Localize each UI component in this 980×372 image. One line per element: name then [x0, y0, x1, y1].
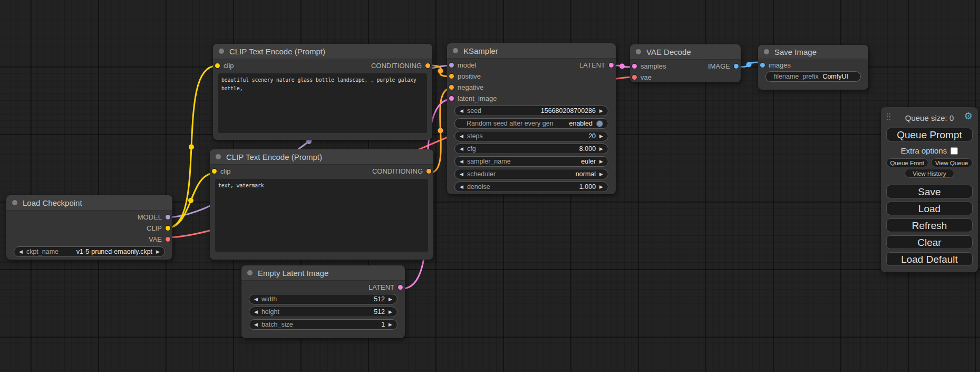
- node-ksampler[interactable]: KSampler model LATENT positive negative …: [447, 43, 616, 194]
- increment-arrow-icon[interactable]: ▶: [599, 134, 603, 139]
- node-title-bar[interactable]: Empty Latent Image: [241, 265, 405, 281]
- latent-output-port[interactable]: [398, 285, 403, 290]
- view-history-button[interactable]: View History: [905, 169, 954, 178]
- widget-label: steps: [467, 132, 483, 140]
- increment-arrow-icon[interactable]: ▶: [599, 159, 603, 164]
- node-title-bar[interactable]: KSampler: [447, 43, 616, 59]
- decrement-arrow-icon[interactable]: ◀: [254, 322, 258, 327]
- increment-arrow-icon[interactable]: ▶: [599, 172, 603, 177]
- input-label-clip: clip: [220, 167, 231, 175]
- decrement-arrow-icon[interactable]: ◀: [254, 297, 258, 302]
- decrement-arrow-icon[interactable]: ◀: [460, 109, 463, 113]
- vae-output-port[interactable]: [166, 237, 170, 242]
- clear-button[interactable]: Clear: [886, 235, 973, 249]
- queue-front-button[interactable]: Queue Front: [886, 158, 928, 167]
- decrement-arrow-icon[interactable]: ◀: [460, 172, 463, 177]
- widget-value: 512: [374, 308, 385, 316]
- clip-input-port[interactable]: [212, 169, 217, 174]
- collapse-dot-icon[interactable]: [247, 270, 253, 275]
- node-title-bar[interactable]: VAE Decode: [630, 44, 741, 60]
- height-widget[interactable]: ◀ height 512 ▶: [249, 307, 397, 317]
- node-title-bar[interactable]: Load Checkpoint: [6, 195, 172, 211]
- extra-options-checkbox[interactable]: [950, 147, 958, 155]
- node-title: VAE Decode: [646, 47, 691, 56]
- decrement-arrow-icon[interactable]: ◀: [19, 250, 23, 254]
- node-clip-text-encode-positive[interactable]: CLIP Text Encode (Prompt) clip CONDITION…: [213, 44, 432, 140]
- model-input-port[interactable]: [449, 63, 454, 68]
- decrement-arrow-icon[interactable]: ◀: [460, 147, 463, 151]
- collapse-dot-icon[interactable]: [219, 49, 224, 54]
- latent-image-input-port[interactable]: [449, 96, 454, 101]
- collapse-dot-icon[interactable]: [636, 49, 641, 54]
- collapse-dot-icon[interactable]: [12, 200, 17, 205]
- increment-arrow-icon[interactable]: ▶: [389, 310, 392, 314]
- load-button[interactable]: Load: [886, 202, 973, 215]
- sampler-name-widget[interactable]: ◀ sampler_name euler ▶: [454, 156, 608, 167]
- node-clip-text-encode-negative[interactable]: CLIP Text Encode (Prompt) clip CONDITION…: [210, 149, 433, 260]
- increment-arrow-icon[interactable]: ▶: [156, 250, 160, 254]
- widget-label: batch_size: [261, 321, 293, 328]
- widget-value: euler: [581, 158, 596, 165]
- widget-label: filename_prefix: [771, 73, 819, 80]
- widget-value: 512: [374, 295, 385, 303]
- filename-prefix-widget[interactable]: filename_prefix ComfyUI: [765, 71, 861, 82]
- positive-prompt-textarea[interactable]: beautiful scenery nature glass bottle la…: [218, 73, 427, 133]
- node-title-bar[interactable]: CLIP Text Encode (Prompt): [213, 44, 432, 59]
- negative-input-port[interactable]: [449, 85, 454, 90]
- node-load-checkpoint[interactable]: Load Checkpoint MODEL CLIP VAE ◀ ckpt_na…: [6, 195, 172, 260]
- clip-input-port[interactable]: [215, 63, 220, 68]
- decrement-arrow-icon[interactable]: ◀: [460, 159, 463, 164]
- denoise-widget[interactable]: ◀ denoise 1.000 ▶: [454, 182, 608, 192]
- positive-input-port[interactable]: [449, 74, 454, 79]
- negative-prompt-textarea[interactable]: text, watermark: [215, 179, 428, 252]
- seed-widget[interactable]: ◀ seed 156680208700286 ▶: [454, 106, 608, 116]
- clip-output-port[interactable]: [166, 226, 170, 231]
- node-save-image[interactable]: Save Image images filename_prefix ComfyU…: [758, 45, 868, 90]
- increment-arrow-icon[interactable]: ▶: [599, 109, 603, 113]
- decrement-arrow-icon[interactable]: ◀: [460, 185, 463, 189]
- decrement-arrow-icon[interactable]: ◀: [460, 134, 463, 139]
- load-default-button[interactable]: Load Default: [886, 252, 973, 266]
- steps-widget[interactable]: ◀ steps 20 ▶: [454, 131, 608, 141]
- increment-arrow-icon[interactable]: ▶: [599, 147, 603, 151]
- toggle-indicator[interactable]: [596, 120, 603, 127]
- refresh-button[interactable]: Refresh: [886, 218, 973, 232]
- batch-size-widget[interactable]: ◀ batch_size 1 ▶: [249, 319, 397, 330]
- drag-handle[interactable]: [887, 113, 891, 121]
- scheduler-widget[interactable]: ◀ scheduler normal ▶: [454, 169, 608, 179]
- conditioning-output-port[interactable]: [425, 63, 430, 68]
- view-queue-button[interactable]: View Queue: [931, 158, 973, 167]
- collapse-dot-icon[interactable]: [764, 49, 769, 54]
- node-empty-latent-image[interactable]: Empty Latent Image LATENT ◀ width 512 ▶ …: [241, 265, 405, 338]
- increment-arrow-icon[interactable]: ▶: [599, 185, 603, 189]
- cfg-widget[interactable]: ◀ cfg 8.000 ▶: [454, 144, 608, 154]
- widget-label: seed: [467, 107, 481, 115]
- image-output-port[interactable]: [734, 64, 739, 69]
- queue-menu-panel: Queue size: 0 ⚙ Queue Prompt Extra optio…: [881, 107, 978, 272]
- settings-gear-icon[interactable]: ⚙: [964, 111, 973, 121]
- decrement-arrow-icon[interactable]: ◀: [254, 310, 258, 314]
- images-input-port[interactable]: [760, 63, 765, 68]
- increment-arrow-icon[interactable]: ▶: [389, 322, 392, 327]
- input-label-clip: clip: [224, 62, 234, 70]
- node-title: Load Checkpoint: [23, 198, 82, 207]
- save-button[interactable]: Save: [886, 185, 973, 198]
- queue-prompt-button[interactable]: Queue Prompt: [886, 128, 973, 141]
- node-vae-decode[interactable]: VAE Decode samples IMAGE vae: [630, 44, 741, 82]
- conditioning-output-port[interactable]: [426, 169, 431, 174]
- input-label-vae: vae: [641, 73, 652, 81]
- node-title-bar[interactable]: Save Image: [758, 45, 868, 59]
- widget-value: 8.000: [579, 145, 596, 152]
- increment-arrow-icon[interactable]: ▶: [389, 297, 392, 302]
- latent-output-port[interactable]: [609, 63, 614, 68]
- output-label-image: IMAGE: [708, 62, 730, 70]
- vae-input-port[interactable]: [632, 75, 637, 80]
- model-output-port[interactable]: [166, 215, 170, 220]
- samples-input-port[interactable]: [632, 64, 637, 69]
- collapse-dot-icon[interactable]: [216, 154, 221, 159]
- random-seed-toggle-widget[interactable]: Random seed after every gen enabled: [454, 118, 608, 129]
- node-title-bar[interactable]: CLIP Text Encode (Prompt): [210, 149, 433, 165]
- collapse-dot-icon[interactable]: [453, 48, 458, 53]
- ckpt-name-widget[interactable]: ◀ ckpt_name v1-5-pruned-emaonly.ckpt ▶: [14, 246, 165, 257]
- width-widget[interactable]: ◀ width 512 ▶: [249, 294, 397, 304]
